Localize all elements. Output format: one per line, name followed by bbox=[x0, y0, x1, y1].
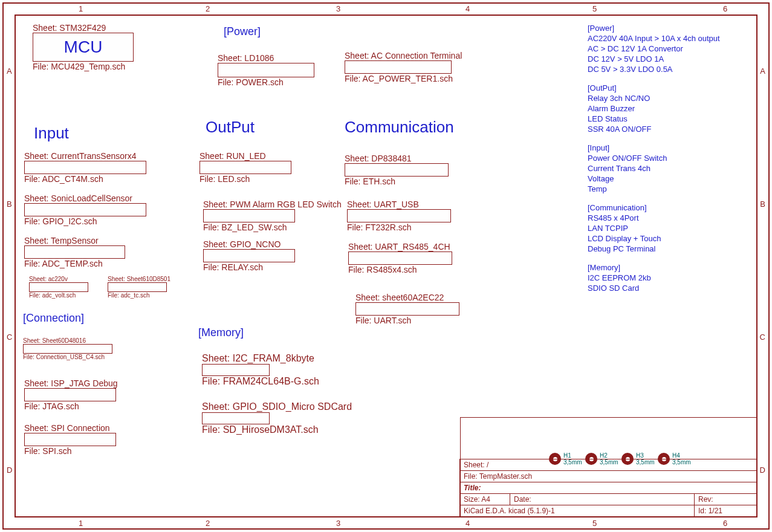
sheet-tempsensor[interactable]: Sheet: TempSensor File: ADC_TEMP.sch bbox=[24, 236, 125, 268]
sheet-fram[interactable]: Sheet: I2C_FRAM_8kbyte File: FRAM24CL64B… bbox=[202, 353, 319, 387]
sheet-box bbox=[203, 209, 295, 222]
sheet-ac220v[interactable]: Sheet: ac220v File: adc_volt.sch bbox=[29, 276, 88, 299]
sheet-sonicload[interactable]: Sheet: SonicLoadCellSensor File: GPIO_I2… bbox=[24, 193, 146, 226]
notes-line: Relay 3ch NC/NO bbox=[588, 93, 757, 103]
sheet-box bbox=[218, 63, 314, 77]
sheet-box bbox=[345, 163, 449, 177]
sheet-box bbox=[24, 203, 146, 216]
notes-line: AC > DC 12V 1A Convertor bbox=[588, 44, 757, 54]
notes-line: DC 5V > 3.3V LDO 0.5A bbox=[588, 64, 757, 74]
row-label: B bbox=[7, 199, 12, 209]
sheet-name: Sheet: SonicLoadCellSensor bbox=[24, 193, 146, 203]
col-label: 6 bbox=[723, 519, 727, 528]
sheet-file: File: Connection_USB_C4.sch bbox=[23, 354, 112, 360]
sheet-file: File: GPIO_I2C.sch bbox=[24, 216, 146, 226]
power-heading: [Power] bbox=[224, 25, 261, 38]
sheet-box bbox=[355, 302, 459, 316]
sheet-name: Sheet: Sheet610D8501 bbox=[108, 276, 170, 282]
notes-line: LED Status bbox=[588, 114, 757, 124]
sheet-name: Sheet: AC Connection Terminal bbox=[345, 51, 462, 60]
sheet-pwmalarm[interactable]: Sheet: PWM Alarm RGB LED Switch File: BZ… bbox=[203, 199, 342, 232]
sheet-file: File: BZ_LED_SW.sch bbox=[203, 222, 342, 232]
notes-comm-h: [Communication] bbox=[588, 203, 757, 213]
output-heading: OutPut bbox=[206, 118, 255, 137]
sheet-file: File: MCU429_Temp.sch bbox=[33, 62, 134, 71]
notes-input-h: [Input] bbox=[588, 143, 757, 153]
row-label: B bbox=[760, 199, 765, 209]
notes-line: DC 12V > 5V LDO 1A bbox=[588, 54, 757, 64]
schematic-page: 1 2 3 4 5 6 1 2 3 4 5 6 A B C D A B C D … bbox=[0, 0, 772, 532]
sheet-file: File: UART.sch bbox=[355, 316, 459, 325]
title-block: Sheet: / File: TempMaster.sch Title: Siz… bbox=[459, 459, 756, 516]
sheet-name: Sheet: sheet60A2EC22 bbox=[355, 293, 459, 302]
sheet-name: Sheet: PWM Alarm RGB LED Switch bbox=[203, 199, 342, 209]
sheet-mcu[interactable]: Sheet: STM32F429 MCU File: MCU429_Temp.s… bbox=[33, 23, 134, 71]
sheet-box bbox=[347, 209, 451, 222]
row-label: A bbox=[760, 66, 765, 76]
sheet-file: File: adc_volt.sch bbox=[29, 292, 88, 299]
notes-line: Current Trans 4ch bbox=[588, 163, 757, 174]
sheet-sdio[interactable]: Sheet: GPIO_SDIO_Micro SDCard File: SD_H… bbox=[202, 401, 352, 435]
sheet-box bbox=[199, 161, 291, 174]
sheet-name: Sheet: CurrentTransSensorx4 bbox=[24, 151, 146, 161]
notes-line: RS485 x 4Port bbox=[588, 213, 757, 223]
notes-mem-h: [Memory] bbox=[588, 262, 757, 273]
sheet-currenttrans[interactable]: Sheet: CurrentTransSensorx4 File: ADC_CT… bbox=[24, 151, 146, 184]
sheet-name: Sheet: ISP_JTAG Debug bbox=[24, 378, 118, 388]
sheet-name: Sheet: DP838481 bbox=[345, 154, 449, 163]
sheet-box bbox=[24, 245, 125, 259]
sheet-box bbox=[203, 249, 295, 262]
sheet-box: MCU bbox=[33, 33, 134, 62]
notes-line: SSR 40A ON/OFF bbox=[588, 124, 757, 134]
sheet-uart-rs485[interactable]: Sheet: UART_RS485_4CH File: RS485x4.sch bbox=[348, 242, 452, 274]
sheet-610d8501[interactable]: Sheet: Sheet610D8501 File: adc_tc.sch bbox=[108, 276, 170, 299]
sheet-name: Sheet: TempSensor bbox=[24, 236, 125, 245]
connection-heading: [Connection] bbox=[23, 312, 84, 325]
sheet-jtag[interactable]: Sheet: ISP_JTAG Debug File: JTAG.sch bbox=[24, 378, 118, 411]
notes-line: Alarm Buzzer bbox=[588, 103, 757, 114]
col-label: 2 bbox=[206, 519, 210, 528]
sheet-box bbox=[24, 388, 116, 401]
row-label: D bbox=[760, 465, 765, 475]
sheet-box bbox=[348, 251, 452, 265]
notes-power-h: [Power] bbox=[588, 23, 757, 33]
sheet-file: File: LED.sch bbox=[199, 174, 291, 184]
sheet-file: File: ADC_TEMP.sch bbox=[24, 259, 125, 268]
sheet-box bbox=[24, 433, 116, 446]
sheet-name: Sheet: GPIO_SDIO_Micro SDCard bbox=[202, 401, 352, 412]
sheet-file: File: FRAM24CL64B-G.sch bbox=[202, 376, 319, 387]
notes-line: LAN TCPIP bbox=[588, 223, 757, 233]
sheet-ld1086[interactable]: Sheet: LD1086 File: POWER.sch bbox=[218, 53, 314, 87]
row-label: A bbox=[7, 66, 12, 76]
sheet-dp838481[interactable]: Sheet: DP838481 File: ETH.sch bbox=[345, 154, 449, 186]
col-label: 4 bbox=[465, 4, 470, 13]
sheet-name: Sheet: RUN_LED bbox=[199, 151, 291, 161]
row-label: C bbox=[760, 332, 765, 342]
comm-heading: Communication bbox=[345, 118, 454, 137]
sheet-ac-terminal[interactable]: Sheet: AC Connection Terminal File: AC_P… bbox=[345, 51, 462, 83]
sheet-box bbox=[24, 161, 146, 174]
sheet-gpio-ncno[interactable]: Sheet: GPIO_NCNO File: RELAY.sch bbox=[203, 239, 295, 272]
sheet-uart-usb[interactable]: Sheet: UART_USB File: FT232R.sch bbox=[347, 199, 451, 232]
sheet-file: File: RS485x4.sch bbox=[348, 265, 452, 274]
notes-panel: [Power] AC220V 40A Input > 10A x 4ch out… bbox=[588, 23, 757, 302]
sheet-box bbox=[29, 282, 88, 292]
sheet-spi[interactable]: Sheet: SPI Connection File: SPI.sch bbox=[24, 423, 116, 456]
sheet-file: File: RELAY.sch bbox=[203, 262, 295, 272]
sheet-name: Sheet: STM32F429 bbox=[33, 23, 134, 33]
notes-line: Debug PC Terminal bbox=[588, 244, 757, 254]
notes-line: LCD Display + Touch bbox=[588, 233, 757, 244]
sheet-box bbox=[202, 364, 270, 376]
sheet-box bbox=[345, 60, 452, 74]
notes-line: I2C EEPROM 2kb bbox=[588, 273, 757, 283]
sheet-name: Sheet: SPI Connection bbox=[24, 423, 116, 433]
col-label: 6 bbox=[723, 4, 727, 13]
sheet-box bbox=[108, 282, 167, 292]
notes-output-h: [OutPut] bbox=[588, 83, 757, 93]
sheet-60d48016[interactable]: Sheet: Sheet60D48016 File: Connection_US… bbox=[23, 337, 112, 360]
sheet-file: File: ETH.sch bbox=[345, 177, 449, 186]
sheet-name: Sheet: UART_RS485_4CH bbox=[348, 242, 452, 251]
sheet-runled[interactable]: Sheet: RUN_LED File: LED.sch bbox=[199, 151, 291, 184]
col-label: 1 bbox=[79, 4, 83, 13]
sheet-60a2ec22[interactable]: Sheet: sheet60A2EC22 File: UART.sch bbox=[355, 293, 459, 325]
